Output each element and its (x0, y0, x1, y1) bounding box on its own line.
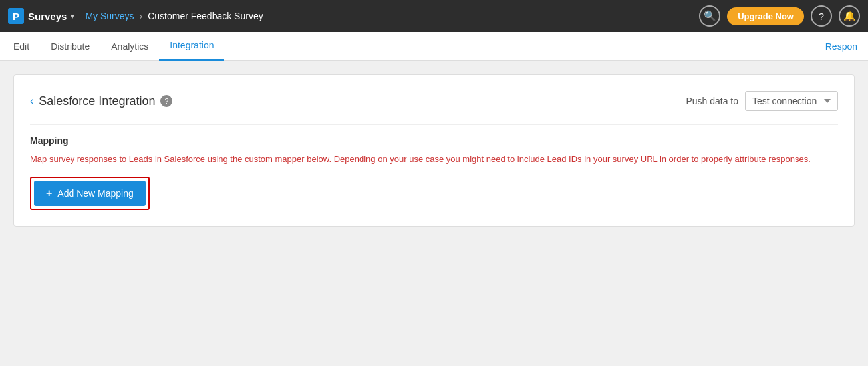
breadcrumb-current-survey: Customer Feedback Survey (148, 11, 263, 21)
app-dropdown-arrow[interactable]: ▾ (71, 12, 74, 21)
card-title: Salesforce Integration (39, 94, 155, 108)
search-button[interactable]: 🔍 (699, 5, 720, 27)
add-mapping-highlight: + Add New Mapping (30, 177, 150, 210)
card-header-left: ‹ Salesforce Integration ? (30, 94, 172, 108)
top-nav-left: P Surveys ▾ My Surveys › Customer Feedba… (8, 8, 699, 24)
card-header: ‹ Salesforce Integration ? Push data to … (30, 91, 838, 111)
tab-edit[interactable]: Edit (3, 32, 40, 61)
add-new-mapping-button[interactable]: + Add New Mapping (34, 181, 146, 206)
main-content: ‹ Salesforce Integration ? Push data to … (0, 61, 868, 366)
top-nav-right: 🔍 Upgrade Now ? 🔔 (699, 5, 860, 27)
breadcrumb-separator: › (140, 11, 143, 21)
add-mapping-label: Add New Mapping (57, 188, 133, 199)
back-chevron-icon[interactable]: ‹ (30, 95, 33, 107)
secondary-navigation: Edit Distribute Analytics Integration Re… (0, 32, 868, 61)
test-connection-select[interactable]: Test connection (745, 91, 838, 111)
mapping-title: Mapping (30, 136, 838, 146)
tab-integration[interactable]: Integration (159, 32, 224, 61)
tab-respond[interactable]: Respon (815, 33, 868, 60)
breadcrumb: My Surveys › Customer Feedback Survey (85, 11, 263, 21)
logo-icon: P (8, 8, 24, 24)
integration-card: ‹ Salesforce Integration ? Push data to … (13, 74, 855, 227)
push-data-label: Push data to (686, 96, 738, 106)
card-header-right: Push data to Test connection (686, 91, 838, 111)
plus-icon: + (46, 187, 52, 199)
tab-analytics[interactable]: Analytics (100, 32, 159, 61)
help-button[interactable]: ? (811, 5, 832, 27)
mapping-description: Map survey responses to Leads in Salesfo… (30, 153, 838, 166)
surveys-logo[interactable]: P Surveys ▾ (8, 8, 74, 24)
notification-button[interactable]: 🔔 (839, 5, 860, 27)
mapping-section: Mapping Map survey responses to Leads in… (30, 124, 838, 210)
tab-distribute[interactable]: Distribute (40, 32, 100, 61)
upgrade-now-button[interactable]: Upgrade Now (727, 7, 804, 25)
breadcrumb-my-surveys[interactable]: My Surveys (85, 11, 134, 21)
top-navigation: P Surveys ▾ My Surveys › Customer Feedba… (0, 0, 868, 32)
card-help-icon[interactable]: ? (160, 95, 172, 107)
app-name-label: Surveys (28, 11, 67, 22)
